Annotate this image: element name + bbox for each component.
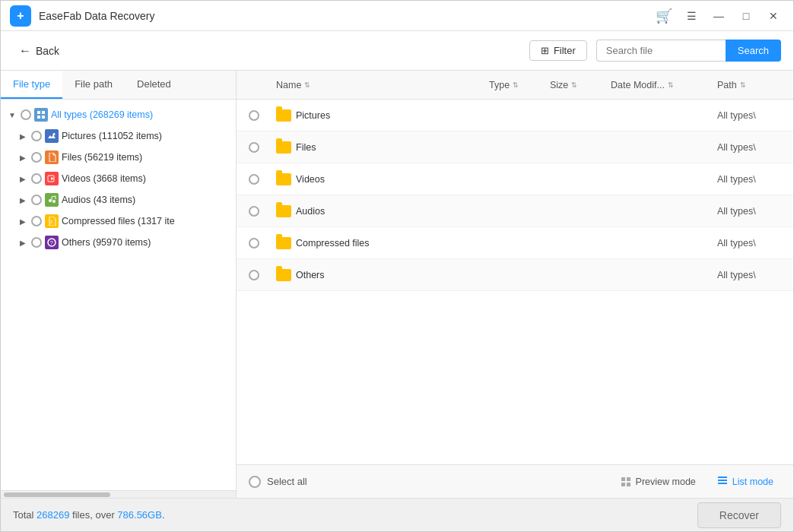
tab-file-type[interactable]: File type xyxy=(1,71,62,99)
main-content: File type File path Deleted ▼ All types … xyxy=(1,71,793,498)
th-name[interactable]: Name ⇅ xyxy=(270,80,483,90)
row-radio-3[interactable] xyxy=(249,174,259,185)
preview-mode-label: Preview mode xyxy=(636,477,696,487)
table-row[interactable]: Compressed files All types\ xyxy=(237,227,793,259)
back-button[interactable]: ← Back xyxy=(13,41,65,61)
row-radio-4[interactable] xyxy=(249,206,259,217)
td-name-6: Others xyxy=(270,269,483,281)
td-path-1: All types\ xyxy=(711,110,787,121)
preview-mode-button[interactable]: Preview mode xyxy=(613,473,703,490)
title-bar: + EaseFab Data Recovery 🛒 ☰ — □ ✕ xyxy=(1,1,793,31)
left-scrollbar[interactable] xyxy=(1,490,236,498)
left-panel: File type File path Deleted ▼ All types … xyxy=(1,71,237,498)
status-file-size[interactable]: 786.56GB xyxy=(117,509,162,521)
folder-icon-3 xyxy=(276,173,291,185)
th-date[interactable]: Date Modif... ⇅ xyxy=(605,80,711,90)
app-logo: + xyxy=(10,5,31,27)
td-check-5 xyxy=(243,238,270,249)
tree-item-pictures[interactable]: ▶ Pictures (111052 items) xyxy=(1,125,236,147)
td-name-4: Audios xyxy=(270,205,483,217)
td-path-2: All types\ xyxy=(711,142,787,153)
list-mode-label: List mode xyxy=(732,477,773,487)
recover-button[interactable]: Recover xyxy=(697,502,781,528)
compressed-icon: Z xyxy=(45,214,59,228)
toolbar: ← Back ⊞ Filter Search xyxy=(1,31,793,71)
bottom-bar: Select all Preview mode List mode xyxy=(237,464,793,498)
preview-mode-icon xyxy=(621,477,631,487)
tree-toggle-videos: ▶ xyxy=(17,175,28,183)
back-label: Back xyxy=(36,45,59,57)
tree-radio-all-types[interactable] xyxy=(21,109,31,120)
table-row[interactable]: Videos All types\ xyxy=(237,163,793,195)
td-check-6 xyxy=(243,270,270,280)
tree-item-others[interactable]: ▶ ? Others (95970 items) xyxy=(1,232,236,253)
minimize-button[interactable]: — xyxy=(708,5,729,27)
tree-radio-files[interactable] xyxy=(31,152,42,163)
th-path[interactable]: Path ⇅ xyxy=(711,80,787,90)
left-scrollbar-thumb xyxy=(4,492,110,497)
sort-icon-name: ⇅ xyxy=(304,81,310,89)
select-all-area[interactable]: Select all xyxy=(249,476,307,488)
back-arrow-icon: ← xyxy=(19,44,31,58)
th-type[interactable]: Type ⇅ xyxy=(483,80,544,90)
close-button[interactable]: ✕ xyxy=(763,5,784,27)
list-mode-icon xyxy=(717,475,728,488)
svg-rect-3 xyxy=(42,116,45,119)
td-check-4 xyxy=(243,206,270,217)
td-check-3 xyxy=(243,174,270,185)
tree-item-files[interactable]: ▶ Files (56219 items) xyxy=(1,147,236,168)
tree-toggle-others: ▶ xyxy=(17,239,28,247)
table-row[interactable]: Files All types\ xyxy=(237,131,793,163)
table-row[interactable]: Audios All types\ xyxy=(237,195,793,227)
table-row[interactable]: Pictures All types\ xyxy=(237,100,793,131)
menu-icon[interactable]: ☰ xyxy=(681,5,702,27)
tree-radio-compressed[interactable] xyxy=(31,216,42,226)
td-name-2: Files xyxy=(270,141,483,154)
select-all-label: Select all xyxy=(267,476,307,487)
td-path-6: All types\ xyxy=(711,270,787,280)
row-radio-5[interactable] xyxy=(249,238,259,249)
row-radio-6[interactable] xyxy=(249,270,259,280)
status-file-count[interactable]: 268269 xyxy=(37,509,69,521)
tree-label-all-types: All types (268269 items) xyxy=(51,109,153,120)
row-radio-2[interactable] xyxy=(249,142,259,153)
select-all-radio[interactable] xyxy=(249,476,261,488)
videos-icon xyxy=(45,172,59,185)
svg-rect-1 xyxy=(42,111,45,114)
maximize-button[interactable]: □ xyxy=(735,5,757,27)
others-icon: ? xyxy=(45,236,59,249)
tree-radio-audios[interactable] xyxy=(31,195,42,205)
status-bar: Total 268269 files, over 786.56GB. Recov… xyxy=(1,498,793,531)
tree-radio-pictures[interactable] xyxy=(31,131,42,141)
status-text: Total 268269 files, over 786.56GB. xyxy=(13,509,165,521)
filter-button[interactable]: ⊞ Filter xyxy=(529,40,587,61)
tab-deleted[interactable]: Deleted xyxy=(125,71,183,99)
files-icon xyxy=(45,150,59,164)
row-radio-1[interactable] xyxy=(249,110,259,121)
sort-icon-size: ⇅ xyxy=(571,81,577,89)
tree-radio-videos[interactable] xyxy=(31,173,42,184)
cart-icon[interactable]: 🛒 xyxy=(653,5,675,27)
tree-item-all-types[interactable]: ▼ All types (268269 items) xyxy=(1,104,236,125)
tree-item-compressed[interactable]: ▶ Z Compressed files (1317 ite xyxy=(1,211,236,232)
tree-label-others: Others (95970 items) xyxy=(62,237,151,248)
sort-icon-path: ⇅ xyxy=(740,81,746,89)
svg-text:?: ? xyxy=(50,239,54,246)
tree-item-videos[interactable]: ▶ Videos (3668 items) xyxy=(1,168,236,189)
app-title: EaseFab Data Recovery xyxy=(39,10,653,22)
sort-icon-date: ⇅ xyxy=(668,81,674,89)
th-size[interactable]: Size ⇅ xyxy=(544,80,605,90)
search-button[interactable]: Search xyxy=(726,40,781,62)
folder-icon-6 xyxy=(276,269,291,281)
list-mode-button[interactable]: List mode xyxy=(710,472,781,491)
search-input[interactable] xyxy=(596,40,726,62)
tab-file-path[interactable]: File path xyxy=(62,71,125,99)
td-check-1 xyxy=(243,110,270,121)
tree-item-audios[interactable]: ▶ Audios (43 items) xyxy=(1,189,236,211)
window-controls: 🛒 ☰ — □ ✕ xyxy=(653,5,784,27)
table-header: Name ⇅ Type ⇅ Size ⇅ Date Modif... ⇅ Pat… xyxy=(237,71,793,100)
svg-rect-15 xyxy=(718,477,727,478)
table-row[interactable]: Others All types\ xyxy=(237,259,793,291)
tree-label-audios: Audios (43 items) xyxy=(62,195,135,205)
tree-radio-others[interactable] xyxy=(31,237,42,248)
